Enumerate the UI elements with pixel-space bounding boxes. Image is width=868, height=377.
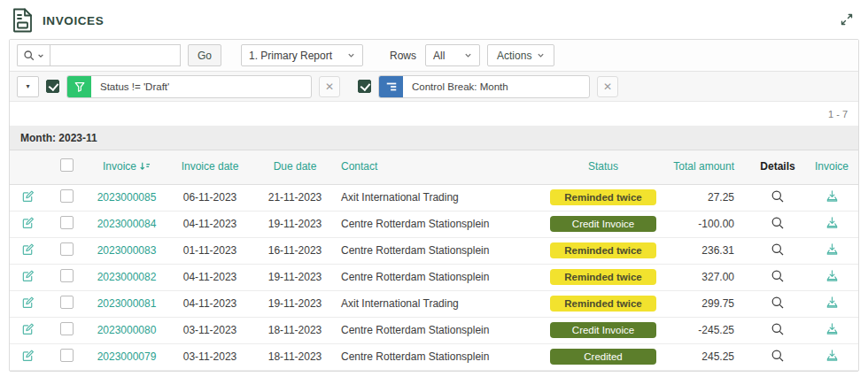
row-checkbox[interactable]: [60, 349, 74, 362]
due-date-cell: 18-11-2023: [254, 343, 336, 370]
go-button[interactable]: Go: [188, 44, 221, 66]
details-icon[interactable]: [771, 242, 785, 257]
due-date-cell: 19-11-2023: [254, 264, 336, 290]
download-invoice-icon[interactable]: [825, 296, 839, 309]
control-break-value: Month: 2023-11: [20, 132, 97, 144]
control-break-enable-checkbox[interactable]: [358, 80, 371, 93]
table-row: 2023000080 03-11-2023 18-11-2023 Centre …: [10, 317, 858, 343]
details-icon[interactable]: [771, 269, 785, 283]
status-badge: Reminded twice: [550, 242, 656, 258]
download-invoice-icon[interactable]: [825, 269, 839, 282]
row-checkbox[interactable]: [60, 269, 74, 282]
edit-row-icon[interactable]: [21, 349, 35, 362]
download-invoice-icon[interactable]: [825, 322, 839, 335]
details-icon[interactable]: [771, 216, 785, 230]
header-invoice-doc[interactable]: Invoice: [805, 150, 858, 184]
row-checkbox[interactable]: [60, 296, 74, 309]
invoice-link[interactable]: 2023000081: [88, 290, 166, 317]
details-icon[interactable]: [771, 322, 785, 336]
control-break-condition[interactable]: Control Break: Month: [378, 75, 590, 98]
status-cell: Reminded twice: [541, 264, 665, 290]
chevron-down-icon: [37, 52, 44, 59]
header-total-amount[interactable]: Total amount: [665, 150, 750, 184]
invoice-link[interactable]: 2023000080: [88, 317, 166, 343]
invoice-link[interactable]: 2023000083: [88, 237, 166, 264]
status-cell: Credit Invoice: [541, 317, 665, 343]
settings-menu-button[interactable]: ▾: [17, 76, 39, 97]
contact-cell: Centre Rotterdam Stationsplein: [336, 211, 541, 237]
due-date-cell: 19-11-2023: [254, 290, 336, 317]
report-select[interactable]: 1. Primary Report: [241, 44, 363, 66]
table-row: 2023000083 01-11-2023 16-11-2023 Centre …: [10, 237, 858, 264]
invoices-table: Invoice Invoice date Due date Contact St…: [10, 150, 858, 371]
maximize-region-icon[interactable]: [838, 11, 856, 31]
download-invoice-icon[interactable]: [825, 216, 839, 229]
table-row: 2023000085 06-11-2023 21-11-2023 Axit In…: [10, 184, 858, 211]
status-badge: Reminded twice: [550, 269, 656, 285]
rows-select-value: All: [433, 50, 445, 62]
download-invoice-icon[interactable]: [825, 189, 839, 203]
contact-cell: Centre Rotterdam Stationsplein: [336, 317, 541, 343]
header-invoice-date[interactable]: Invoice date: [166, 150, 254, 184]
remove-filter-icon[interactable]: ✕: [319, 76, 340, 97]
pagination-range: 1 - 7: [828, 109, 848, 119]
search-input[interactable]: [50, 44, 181, 66]
row-checkbox[interactable]: [60, 322, 74, 335]
invoice-date-cell: 03-11-2023: [166, 317, 254, 343]
actions-button-label: Actions: [497, 50, 531, 62]
edit-row-icon[interactable]: [21, 296, 35, 309]
download-invoice-icon[interactable]: [825, 349, 839, 362]
header-status[interactable]: Status: [541, 150, 665, 184]
table-row: 2023000084 04-11-2023 19-11-2023 Centre …: [10, 211, 858, 237]
filter-enable-checkbox[interactable]: [46, 80, 59, 93]
edit-row-icon[interactable]: [21, 242, 35, 256]
due-date-cell: 16-11-2023: [254, 237, 336, 264]
details-icon[interactable]: [771, 189, 785, 204]
control-break-icon: [379, 75, 403, 98]
details-icon[interactable]: [771, 296, 785, 310]
header-invoice[interactable]: Invoice: [88, 150, 166, 184]
due-date-cell: 21-11-2023: [254, 184, 336, 211]
remove-control-break-icon[interactable]: ✕: [597, 76, 618, 97]
actions-button[interactable]: Actions: [487, 44, 554, 66]
select-all-checkbox[interactable]: [60, 158, 74, 172]
total-amount-cell: -245.25: [665, 317, 750, 343]
control-break-label: Control Break: Month: [403, 81, 589, 92]
invoice-date-cell: 03-11-2023: [166, 343, 254, 370]
report-toolbar: Go 1. Primary Report Rows All Actions: [10, 40, 858, 72]
total-amount-cell: 327.00: [665, 264, 750, 290]
total-amount-cell: -100.00: [665, 211, 750, 237]
contact-cell: Centre Rotterdam Stationsplein: [336, 237, 541, 264]
table-row: 2023000081 04-11-2023 19-11-2023 Axit In…: [10, 290, 858, 317]
header-contact[interactable]: Contact: [336, 150, 541, 184]
report-select-value: 1. Primary Report: [249, 50, 332, 62]
invoice-date-cell: 04-11-2023: [166, 211, 254, 237]
invoice-link[interactable]: 2023000082: [88, 264, 166, 290]
table-header-row: Invoice Invoice date Due date Contact St…: [10, 150, 858, 184]
status-cell: Reminded twice: [541, 237, 665, 264]
filter-condition[interactable]: Status != 'Draft': [66, 75, 312, 98]
edit-row-icon[interactable]: [21, 269, 35, 282]
edit-row-icon[interactable]: [21, 216, 35, 229]
total-amount-cell: 245.25: [665, 343, 750, 370]
invoice-link[interactable]: 2023000085: [88, 184, 166, 211]
details-icon[interactable]: [771, 349, 785, 363]
row-checkbox[interactable]: [60, 189, 74, 203]
status-cell: Reminded twice: [541, 184, 665, 211]
download-invoice-icon[interactable]: [825, 242, 839, 256]
rows-select[interactable]: All: [425, 44, 480, 66]
total-amount-cell: 27.25: [665, 184, 750, 211]
header-due-date[interactable]: Due date: [254, 150, 336, 184]
contact-cell: Centre Rotterdam Stationsplein: [336, 343, 541, 370]
edit-column-header: [10, 150, 45, 184]
search-icon: [23, 50, 35, 62]
total-amount-cell: 236.31: [665, 237, 750, 264]
invoice-link[interactable]: 2023000084: [88, 211, 166, 237]
row-checkbox[interactable]: [60, 216, 74, 229]
row-checkbox[interactable]: [60, 242, 74, 256]
total-amount-cell: 299.75: [665, 290, 750, 317]
edit-row-icon[interactable]: [21, 322, 35, 335]
search-column-menu-button[interactable]: [17, 44, 50, 66]
edit-row-icon[interactable]: [21, 189, 35, 203]
invoice-link[interactable]: 2023000079: [88, 343, 166, 370]
